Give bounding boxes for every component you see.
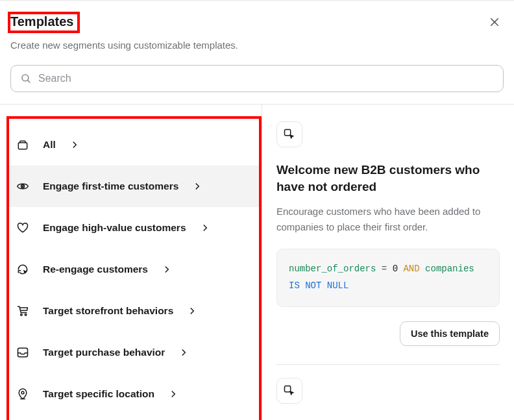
- code-token: =: [376, 264, 392, 274]
- code-token: [420, 264, 425, 274]
- svg-point-8: [25, 314, 27, 316]
- sidebar-highlight-box: AllEngage first-time customersEngage hig…: [6, 116, 262, 420]
- template-description: Encourage customers who have been added …: [276, 204, 500, 234]
- template-icon-box: [276, 378, 302, 404]
- template-detail-panel: Welcome new B2B customers who have not o…: [262, 105, 514, 420]
- code-token: companies: [425, 264, 474, 274]
- svg-point-10: [21, 391, 24, 394]
- template-icon-box: [276, 121, 302, 147]
- category-label: All: [43, 139, 56, 151]
- code-token: 0: [393, 264, 398, 274]
- pin-icon: [16, 387, 30, 401]
- svg-line-3: [27, 80, 30, 82]
- category-item[interactable]: Target purchase behavior: [9, 332, 259, 373]
- category-label: Target purchase behavior: [43, 347, 165, 358]
- close-button[interactable]: [487, 14, 502, 30]
- svg-rect-4: [18, 143, 27, 149]
- code-token: IS NOT NULL: [289, 280, 349, 291]
- category-label: Engage first-time customers: [43, 180, 178, 192]
- close-icon: [489, 16, 500, 28]
- search-field-wrapper[interactable]: [10, 65, 504, 92]
- chevron-right-icon: [188, 306, 197, 315]
- category-item[interactable]: Re-engage customers: [9, 249, 259, 290]
- category-item[interactable]: Engage first-time customers: [9, 166, 259, 207]
- category-item[interactable]: Target specific location: [9, 373, 259, 415]
- cart-icon: [16, 304, 30, 318]
- category-item[interactable]: Engage high-value customers: [9, 207, 259, 249]
- chevron-right-icon: [162, 265, 171, 274]
- modal-subtitle: Create new segments using customizable t…: [10, 40, 502, 51]
- svg-point-7: [21, 314, 23, 316]
- category-label: Re-engage customers: [43, 264, 148, 275]
- search-input[interactable]: [38, 73, 494, 84]
- cursor-select-icon: [283, 128, 296, 141]
- chevron-right-icon: [70, 140, 79, 149]
- use-template-button[interactable]: Use this template: [400, 321, 500, 346]
- template-title: Welcome new B2B customers who have not o…: [276, 162, 500, 195]
- svg-rect-9: [18, 348, 28, 356]
- code-token: AND: [403, 264, 419, 274]
- title-highlight-box: Templates: [8, 12, 80, 33]
- category-label: Engage high-value customers: [43, 222, 186, 234]
- search-icon: [20, 73, 32, 84]
- eye-icon: [16, 179, 30, 193]
- code-token: number_of_orders: [289, 264, 376, 274]
- chevron-right-icon: [169, 389, 178, 399]
- cursor-select-icon: [283, 384, 296, 397]
- refresh-pointer-icon: [16, 262, 30, 277]
- heart-icon: [16, 221, 30, 235]
- category-label: Target storefront behaviors: [43, 305, 173, 317]
- template-code-preview: number_of_orders = 0 AND companies IS NO…: [276, 249, 500, 307]
- category-label: Target specific location: [43, 388, 154, 400]
- inbox-icon: [16, 345, 30, 360]
- category-item[interactable]: All: [9, 124, 259, 166]
- category-sidebar: AllEngage first-time customersEngage hig…: [0, 105, 262, 420]
- chevron-right-icon: [193, 182, 202, 191]
- chevron-right-icon: [179, 348, 188, 357]
- archive-icon: [16, 138, 30, 152]
- chevron-right-icon: [201, 223, 210, 232]
- svg-point-6: [22, 186, 23, 187]
- modal-header: Templates Create new segments using cust…: [0, 3, 514, 65]
- modal-title: Templates: [10, 14, 73, 29]
- category-item[interactable]: Target storefront behaviors: [9, 290, 259, 332]
